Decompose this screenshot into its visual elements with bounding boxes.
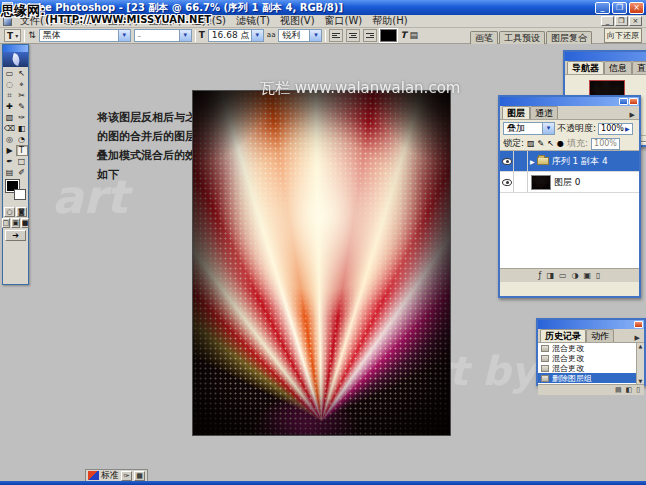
font-family-select[interactable]: 黑体 ▾ xyxy=(39,29,131,42)
eraser-tool[interactable]: ⌫ xyxy=(4,123,16,134)
crop-tool[interactable]: ⌗ xyxy=(4,90,16,101)
close-button[interactable]: × xyxy=(629,2,644,14)
history-step[interactable]: 混合更改 xyxy=(538,343,636,353)
new-group-icon[interactable]: ▭ xyxy=(559,270,567,282)
layer-name[interactable]: 图层 0 xyxy=(554,176,581,189)
layers-title-bar[interactable] xyxy=(500,97,639,106)
history-brush-tool[interactable]: ✑ xyxy=(16,112,28,123)
history-step[interactable]: 混合更改 xyxy=(538,353,636,363)
menu-window[interactable]: 窗口(W) xyxy=(320,15,368,27)
ime-keyboard-icon[interactable] xyxy=(88,471,99,480)
new-layer-icon[interactable]: ▣ xyxy=(583,270,591,282)
layer-style-icon[interactable]: ƒ xyxy=(539,270,542,282)
tab-tool-presets[interactable]: 工具预设 xyxy=(499,31,545,44)
link-cell[interactable] xyxy=(514,172,528,192)
menu-select[interactable]: 选择(S) xyxy=(187,15,231,27)
history-title-bar[interactable] xyxy=(538,320,644,329)
menu-edit[interactable]: 编辑(E) xyxy=(59,15,103,27)
blur-tool[interactable]: ◎ xyxy=(4,134,16,145)
tab-layers[interactable]: 图层 xyxy=(502,106,530,119)
tab-channels[interactable]: 通道 xyxy=(530,106,558,119)
align-left-button[interactable] xyxy=(329,29,343,42)
new-document-from-state-icon[interactable]: ▤ xyxy=(615,386,622,394)
standard-mode-button[interactable]: ○ xyxy=(4,207,15,217)
toolbox-grip[interactable] xyxy=(3,45,28,52)
doc-close-button[interactable]: × xyxy=(629,16,642,26)
opacity-field[interactable]: 100% ▶ xyxy=(598,123,633,135)
scroll-down-icon[interactable]: ▼ xyxy=(639,378,643,384)
layer-name[interactable]: 序列 1 副本 4 xyxy=(552,155,608,168)
shape-tool[interactable]: □ xyxy=(16,156,28,167)
tab-navigator[interactable]: 导航器 xyxy=(567,61,604,74)
delete-layer-icon[interactable]: ▯ xyxy=(596,270,600,282)
menu-help[interactable]: 帮助(H) xyxy=(367,15,412,27)
document-canvas[interactable] xyxy=(192,90,451,436)
dodge-tool[interactable]: ◔ xyxy=(16,134,28,145)
doc-restore-button[interactable]: ❐ xyxy=(615,16,628,26)
layer-row-group[interactable]: ▶ 序列 1 副本 4 xyxy=(500,151,639,172)
rectangular-marquee-tool[interactable]: ▭ xyxy=(4,68,16,79)
path-selection-tool[interactable]: ▶ xyxy=(4,145,16,156)
lasso-tool[interactable]: ◌ xyxy=(4,79,16,90)
lock-position-icon[interactable]: ↖ xyxy=(547,138,554,150)
menu-image[interactable]: 图像(I) xyxy=(103,15,144,27)
eyedropper-tool[interactable]: ✐ xyxy=(16,167,28,178)
layer-mask-icon[interactable]: ◨ xyxy=(546,270,554,282)
collapse-button[interactable] xyxy=(619,98,628,105)
font-style-select[interactable]: - ▾ xyxy=(134,29,192,42)
gradient-tool[interactable]: ◧ xyxy=(16,123,28,134)
new-snapshot-icon[interactable]: ◧ xyxy=(626,386,633,394)
menu-view[interactable]: 视图(V) xyxy=(275,15,320,27)
tab-layer-comps[interactable]: 图层复合 xyxy=(546,31,592,44)
anti-alias-select[interactable]: 锐利 ▾ xyxy=(278,29,322,42)
scroll-up-icon[interactable]: ▲ xyxy=(639,343,643,349)
magic-wand-tool[interactable]: ⌖ xyxy=(16,79,28,90)
visibility-cell[interactable] xyxy=(500,151,514,171)
warp-text-icon[interactable]: T xyxy=(400,29,406,42)
visibility-cell[interactable] xyxy=(500,172,514,192)
background-color-swatch[interactable] xyxy=(14,189,26,200)
lock-transparency-icon[interactable]: ▨ xyxy=(527,138,535,150)
palettes-toggle-icon[interactable]: ▤ xyxy=(410,29,419,42)
spinner-icon[interactable]: ▶ xyxy=(625,123,630,134)
restore-button[interactable]: ❐ xyxy=(612,2,627,14)
doc-minimize-button[interactable]: _ xyxy=(601,16,614,26)
font-size-select[interactable]: 16.68 点 ▾ xyxy=(208,29,264,42)
panel-menu-button[interactable]: ▶ xyxy=(633,334,642,342)
tab-history[interactable]: 历史记录 xyxy=(540,329,586,342)
layer-row[interactable]: 图层 0 xyxy=(500,172,639,193)
expand-triangle-icon[interactable]: ▶ xyxy=(530,158,535,165)
type-tool[interactable]: T xyxy=(16,145,28,156)
navigator-title-bar[interactable] xyxy=(565,52,646,61)
delete-state-icon[interactable]: ▯ xyxy=(636,386,640,394)
align-center-button[interactable] xyxy=(346,29,360,42)
brush-tool[interactable]: ✎ xyxy=(16,101,28,112)
minimize-button[interactable]: _ xyxy=(595,2,610,14)
ime-softkeyboard-icon[interactable]: ▦ xyxy=(134,471,145,481)
history-step-selected[interactable]: 删除图层组 xyxy=(538,373,636,383)
standard-screen-button[interactable]: □ xyxy=(2,218,11,228)
clone-stamp-tool[interactable]: ▧ xyxy=(4,112,16,123)
link-cell[interactable] xyxy=(514,151,528,171)
text-orientation-icon[interactable]: ⇅ xyxy=(28,29,36,42)
panel-menu-button[interactable]: ▶ xyxy=(628,111,637,119)
adjustment-layer-icon[interactable]: ◑ xyxy=(572,270,579,282)
lock-all-icon[interactable]: ● xyxy=(557,138,564,150)
notes-tool[interactable]: ▤ xyxy=(4,167,16,178)
text-color-swatch[interactable] xyxy=(380,29,397,42)
jump-to-imageready-button[interactable]: ➔ xyxy=(5,230,26,241)
history-step[interactable]: 混合更改 xyxy=(538,363,636,373)
tab-histogram[interactable]: 直方图 xyxy=(632,61,646,74)
menu-file[interactable]: 文件(F) xyxy=(15,15,59,27)
slice-tool[interactable]: ✂ xyxy=(16,90,28,101)
tab-info[interactable]: 信息 xyxy=(604,61,632,74)
menu-filter[interactable]: 滤镜(T) xyxy=(231,15,275,27)
move-tool[interactable]: ↖ xyxy=(16,68,28,79)
fullscreen-menu-button[interactable]: ▣ xyxy=(11,218,20,228)
healing-brush-tool[interactable]: ✚ xyxy=(4,101,16,112)
ime-pen-icon[interactable]: ✑ xyxy=(121,471,132,481)
tab-actions[interactable]: 动作 xyxy=(586,329,614,342)
tab-brushes[interactable]: 画笔 xyxy=(470,31,498,44)
tool-preset-picker[interactable]: T ▾ xyxy=(4,29,21,42)
quick-mask-mode-button[interactable]: ◙ xyxy=(16,207,27,217)
